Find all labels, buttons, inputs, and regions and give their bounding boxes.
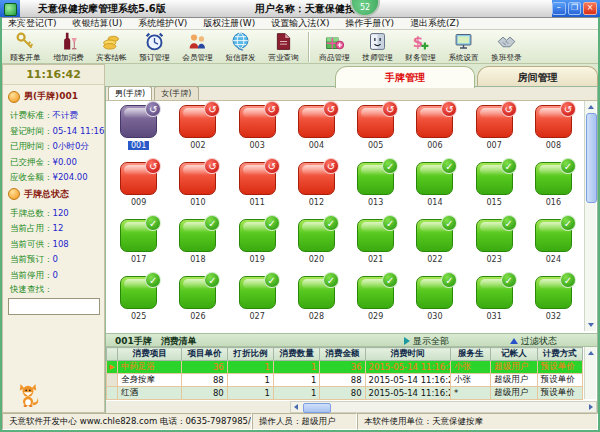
toolbar-button-label: 会员管理 xyxy=(177,52,218,62)
hand-tag-032[interactable]: ✓ xyxy=(535,276,572,309)
column-header-消费数量: 消费数量 xyxy=(274,348,320,361)
tab-room-management[interactable]: 房间管理 xyxy=(477,66,598,88)
tag-cell: ✓016 xyxy=(524,162,583,219)
toolbar-button-label: 商品管理 xyxy=(314,52,355,62)
scroll-up-icon[interactable] xyxy=(588,105,594,109)
menu-item-7[interactable]: 退出系统(Z) xyxy=(410,17,459,30)
hand-tag-003[interactable]: ↺ xyxy=(239,105,276,138)
hand-tag-013[interactable]: ✓ xyxy=(357,162,394,195)
menu-item-5[interactable]: 设置输入法(X) xyxy=(271,17,329,30)
info-value: ¥0.00 xyxy=(53,157,77,167)
tag-status-title: 手牌总状态 xyxy=(24,188,69,201)
scroll-left-icon[interactable] xyxy=(294,404,298,410)
toolbar-button-顾客开单[interactable]: 顾客开单 xyxy=(4,31,47,63)
toolbar-button-营业查询[interactable]: 营业查询 xyxy=(262,31,305,63)
hand-tag-019[interactable]: ✓ xyxy=(239,219,276,252)
table-row[interactable]: 全身按摩8811882015-05-14 11:16:24小张超级用户预设单价 xyxy=(107,374,583,387)
hand-tag-002[interactable]: ↺ xyxy=(179,105,216,138)
grid-vertical-scrollbar[interactable] xyxy=(584,101,596,331)
cell-项目单价: 80 xyxy=(182,387,227,400)
tag-number-label: 023 xyxy=(486,255,501,264)
tag-number-label: 001 xyxy=(128,141,149,150)
hand-tag-029[interactable]: ✓ xyxy=(357,276,394,309)
hand-tag-008[interactable]: ↺ xyxy=(535,105,572,138)
table-horizontal-scrollbar[interactable] xyxy=(290,401,597,413)
info-label: 当前预订： xyxy=(10,254,53,264)
tab-hand-tag-management[interactable]: 手牌管理 xyxy=(335,66,475,88)
table-row[interactable]: 红酒8011802015-05-14 11:16:27*超级用户预设单价 xyxy=(107,387,583,400)
subtab-female-tags[interactable]: 女(手牌) xyxy=(154,86,198,100)
hand-tag-009[interactable]: ↺ xyxy=(120,162,157,195)
menu-item-1[interactable]: 来宾登记(T) xyxy=(8,17,57,30)
scroll-up-icon[interactable] xyxy=(588,351,594,355)
book-icon xyxy=(262,31,305,52)
minimize-button[interactable]: – xyxy=(552,2,566,15)
hand-tag-012[interactable]: ↺ xyxy=(298,162,335,195)
tag-number-label: 018 xyxy=(190,255,205,264)
cell-打折比例: 1 xyxy=(227,387,273,400)
toolbar-button-商品管理[interactable]: 商品管理 xyxy=(313,31,356,63)
check-badge-icon: ✓ xyxy=(145,215,161,231)
quick-search-input[interactable] xyxy=(8,298,100,315)
menu-item-6[interactable]: 操作手册(Y) xyxy=(345,17,394,30)
content-panel: 男(手牌) 女(手牌) ↺001↺002↺003↺004↺005↺006↺007… xyxy=(105,86,598,413)
cell-消费数量: 1 xyxy=(274,387,320,400)
hand-tag-011[interactable]: ↺ xyxy=(239,162,276,195)
toolbar-button-换班登录[interactable]: 换班登录 xyxy=(485,31,528,63)
toolbar-button-增加消费[interactable]: 增加消费 xyxy=(47,31,90,63)
hand-tag-023[interactable]: ✓ xyxy=(476,219,513,252)
hand-tag-021[interactable]: ✓ xyxy=(357,219,394,252)
hand-tag-017[interactable]: ✓ xyxy=(120,219,157,252)
hand-tag-006[interactable]: ↺ xyxy=(416,105,453,138)
subtab-male-tags[interactable]: 男(手牌) xyxy=(108,86,152,100)
hand-tag-001[interactable]: ↺ xyxy=(120,105,157,138)
hand-tag-007[interactable]: ↺ xyxy=(476,105,513,138)
toolbar-button-宾客结帐[interactable]: 宾客结帐 xyxy=(90,31,133,63)
hand-tag-030[interactable]: ✓ xyxy=(416,276,453,309)
menu-item-3[interactable]: 系统维护(V) xyxy=(138,17,187,30)
toolbar-button-技师管理[interactable]: 技师管理 xyxy=(356,31,399,63)
hand-tag-004[interactable]: ↺ xyxy=(298,105,335,138)
check-badge-icon: ✓ xyxy=(441,158,457,174)
hand-tag-025[interactable]: ✓ xyxy=(120,276,157,309)
toolbar-button-短信群发[interactable]: 短信群发 xyxy=(219,31,262,63)
check-badge-icon: ✓ xyxy=(382,215,398,231)
hand-tag-018[interactable]: ✓ xyxy=(179,219,216,252)
toolbar-button-label: 财务管理 xyxy=(400,52,441,62)
scroll-down-icon[interactable] xyxy=(588,323,594,327)
toolbar-button-会员管理[interactable]: 会员管理 xyxy=(176,31,219,63)
tag-number-label: 011 xyxy=(249,198,264,207)
toolbar-button-财务管理[interactable]: $财务管理 xyxy=(399,31,442,63)
toolbar-button-系统设置[interactable]: 系统设置 xyxy=(442,31,485,63)
info-label: 当前停用： xyxy=(10,270,53,280)
check-badge-icon: ✓ xyxy=(204,272,220,288)
close-button[interactable]: × xyxy=(583,2,597,15)
hand-tag-028[interactable]: ✓ xyxy=(298,276,335,309)
hand-tag-024[interactable]: ✓ xyxy=(535,219,572,252)
hand-tag-031[interactable]: ✓ xyxy=(476,276,513,309)
occupied-badge-icon: ↺ xyxy=(264,101,280,117)
hand-tag-027[interactable]: ✓ xyxy=(239,276,276,309)
table-row[interactable]: ▶中药足浴3611362015-05-14 11:16:22小张超级用户预设单价 xyxy=(107,361,583,374)
toolbar-button-预订管理[interactable]: 预订管理 xyxy=(133,31,176,63)
horizontal-scroll-thumb[interactable] xyxy=(303,403,331,413)
hand-tag-022[interactable]: ✓ xyxy=(416,219,453,252)
hand-tag-014[interactable]: ✓ xyxy=(416,162,453,195)
scroll-right-icon[interactable] xyxy=(589,404,593,410)
menu-item-2[interactable]: 收银结算(U) xyxy=(73,17,123,30)
vertical-scroll-thumb[interactable] xyxy=(586,113,597,203)
toolbar-button-label: 预订管理 xyxy=(134,52,175,62)
check-badge-icon: ✓ xyxy=(560,272,576,288)
table-vertical-scrollbar[interactable] xyxy=(584,347,596,399)
hand-tag-020[interactable]: ✓ xyxy=(298,219,335,252)
hand-tag-005[interactable]: ↺ xyxy=(357,105,394,138)
hand-tag-010[interactable]: ↺ xyxy=(179,162,216,195)
tag-cell: ↺006 xyxy=(405,105,464,162)
hand-tag-016[interactable]: ✓ xyxy=(535,162,572,195)
hand-tag-015[interactable]: ✓ xyxy=(476,162,513,195)
menu-item-4[interactable]: 版权注册(W) xyxy=(203,17,255,30)
hand-tag-026[interactable]: ✓ xyxy=(179,276,216,309)
maximize-button[interactable]: ❐ xyxy=(568,2,582,15)
cell-消费时间: 2015-05-14 11:16:27 xyxy=(365,387,451,400)
tag-number-label: 017 xyxy=(131,255,146,264)
